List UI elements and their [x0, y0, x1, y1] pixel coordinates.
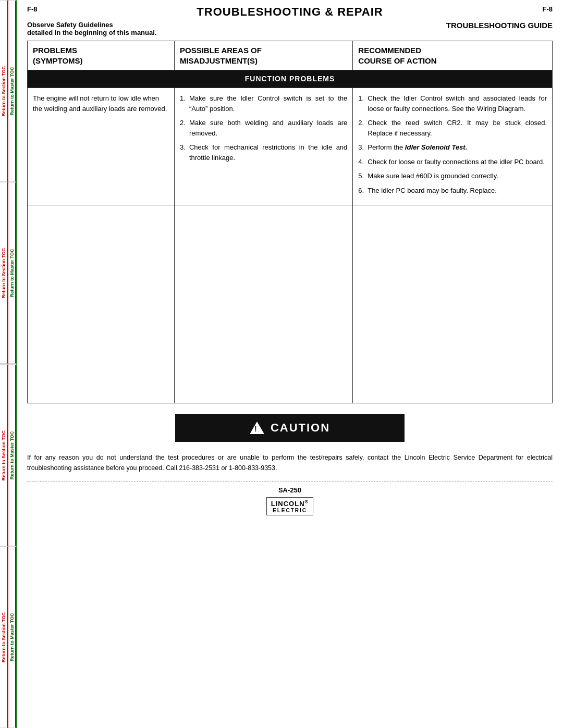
- function-problems-header-row: FUNCTION PROBLEMS: [28, 70, 553, 88]
- sidebar-item-section-toc-4[interactable]: Return to Section TOC: [0, 546, 8, 728]
- list-text: Make sure the Idler Control switch is se…: [189, 93, 347, 114]
- safety-notice: Observe Safety Guidelines detailed in th…: [27, 21, 553, 36]
- list-text: Check for mechanical restrictions in the…: [189, 142, 347, 163]
- sidebar-group-2: Return to Section TOC Return to Master T…: [0, 182, 17, 364]
- action-list: 1. Check the Idler Control switch and as…: [358, 93, 547, 195]
- safety-line1: Observe Safety Guidelines: [27, 21, 113, 29]
- list-num: 5.: [358, 171, 368, 181]
- action-cell: 1. Check the Idler Control switch and as…: [353, 88, 553, 205]
- caution-label: CAUTION: [271, 421, 330, 435]
- brand-name: LINCOLN®: [271, 499, 309, 508]
- table-row-empty: [28, 205, 553, 403]
- sidebar-item-section-toc-1[interactable]: Return to Section TOC: [0, 0, 8, 182]
- caution-triangle-icon: [250, 422, 264, 434]
- sidebar-item-master-toc-3[interactable]: Return to Master TOC: [8, 364, 17, 546]
- brand-text: LINCOLN: [271, 500, 305, 508]
- list-num: 2.: [180, 118, 189, 138]
- page-header: F-8 TROUBLESHOOTING & REPAIR F-8: [27, 5, 553, 19]
- list-num: 4.: [358, 157, 368, 167]
- caution-box: CAUTION: [175, 414, 405, 442]
- list-num: 1.: [358, 93, 368, 114]
- sidebar-group-1: Return to Section TOC Return to Master T…: [0, 0, 17, 182]
- sidebar-group-3: Return to Section TOC Return to Master T…: [0, 364, 17, 546]
- list-text: Check for loose or faulty connections at…: [368, 157, 547, 167]
- page-footer: SA-250 LINCOLN® ELECTRIC: [27, 482, 553, 515]
- sidebar-item-section-toc-3[interactable]: Return to Section TOC: [0, 364, 8, 546]
- col-header-problems: PROBLEMS(SYMPTOMS): [28, 41, 175, 70]
- list-item: 6. The idler PC board may be faulty. Rep…: [358, 186, 547, 196]
- safety-line2: detailed in the beginning of this manual…: [27, 29, 156, 36]
- sidebar-group-4: Return to Section TOC Return to Master T…: [0, 546, 17, 728]
- list-num: 1.: [180, 93, 189, 114]
- misadjustment-cell: 1. Make sure the Idler Control switch is…: [174, 88, 352, 205]
- page-number-right: F-8: [543, 5, 553, 13]
- sidebar-item-master-toc-4[interactable]: Return to Master TOC: [8, 546, 17, 728]
- list-item: 2. Make sure both welding and auxiliary …: [180, 118, 347, 138]
- list-item: 2. Check the reed switch CR2. It may be …: [358, 118, 547, 138]
- list-text: Check the Idler Control switch and assoc…: [368, 93, 547, 114]
- list-num: 6.: [358, 186, 368, 196]
- sub-brand: ELECTRIC: [271, 508, 309, 513]
- empty-cell-3: [353, 205, 553, 403]
- registered-mark: ®: [305, 499, 309, 504]
- list-num: 3.: [358, 142, 368, 153]
- col-header-misadjustments: POSSIBLE AREAS OFMISADJUSTMENT(S): [174, 41, 352, 70]
- list-text: The idler PC board may be faulty. Replac…: [368, 186, 547, 196]
- empty-cell-1: [28, 205, 175, 403]
- table-header-row: PROBLEMS(SYMPTOMS) POSSIBLE AREAS OFMISA…: [28, 41, 553, 70]
- table-row: The engine will not return to low idle w…: [28, 88, 553, 205]
- list-item: 5. Make sure lead #60D is grounded corre…: [358, 171, 547, 181]
- list-text: Make sure both welding and auxiliary loa…: [189, 118, 347, 138]
- list-item: 3. Perform the Idler Solenoid Test.: [358, 142, 547, 153]
- caution-text: If for any reason you do not understand …: [27, 452, 553, 473]
- misadjustment-list: 1. Make sure the Idler Control switch is…: [180, 93, 347, 163]
- sidebar-item-master-toc-2[interactable]: Return to Master TOC: [8, 182, 17, 364]
- list-item: 1. Make sure the Idler Control switch is…: [180, 93, 347, 114]
- lincoln-logo: LINCOLN® ELECTRIC: [266, 497, 313, 515]
- function-problems-label: FUNCTION PROBLEMS: [28, 70, 553, 88]
- page-title: TROUBLESHOOTING & REPAIR: [38, 5, 543, 19]
- guide-title: TROUBLESHOOTING GUIDE: [446, 21, 553, 30]
- page-number-left: F-8: [27, 5, 38, 13]
- problem-text: The engine will not return to low idle w…: [33, 94, 167, 113]
- sidebar-item-section-toc-2[interactable]: Return to Section TOC: [0, 182, 8, 364]
- list-num: 2.: [358, 118, 368, 138]
- list-text: Perform the Idler Solenoid Test.: [368, 142, 547, 153]
- main-content: F-8 TROUBLESHOOTING & REPAIR F-8 Observe…: [17, 0, 563, 728]
- troubleshooting-table: PROBLEMS(SYMPTOMS) POSSIBLE AREAS OFMISA…: [27, 41, 553, 403]
- list-item: 1. Check the Idler Control switch and as…: [358, 93, 547, 114]
- sidebar: Return to Section TOC Return to Master T…: [0, 0, 17, 728]
- problem-cell: The engine will not return to low idle w…: [28, 88, 175, 205]
- list-text: Check the reed switch CR2. It may be stu…: [368, 118, 547, 138]
- empty-cell-2: [174, 205, 352, 403]
- footer-model: SA-250: [27, 486, 553, 494]
- list-text: Make sure lead #60D is grounded correctl…: [368, 171, 547, 181]
- sidebar-item-master-toc-1[interactable]: Return to Master TOC: [8, 0, 17, 182]
- col-header-action: RECOMMENDEDCOURSE OF ACTION: [353, 41, 553, 70]
- safety-text: Observe Safety Guidelines detailed in th…: [27, 21, 156, 36]
- list-item: 3. Check for mechanical restrictions in …: [180, 142, 347, 163]
- list-item: 4. Check for loose or faulty connections…: [358, 157, 547, 167]
- list-num: 3.: [180, 142, 189, 163]
